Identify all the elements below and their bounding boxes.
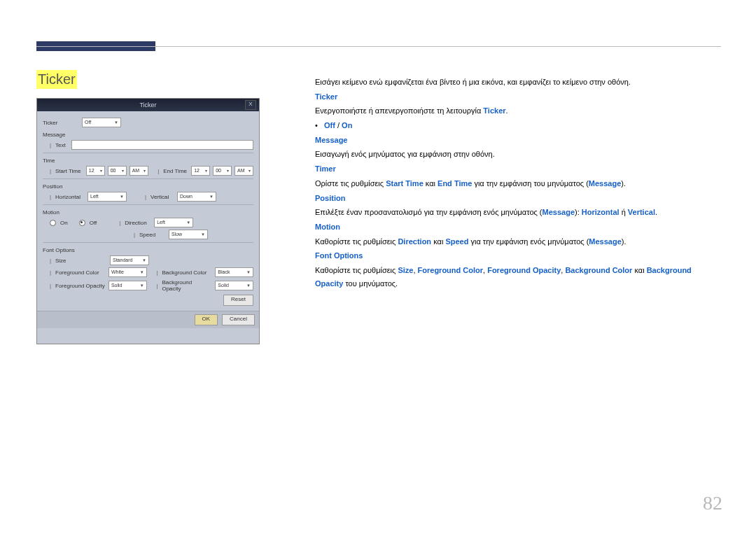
ticker-value: Off (85, 118, 91, 127)
label-position: Position (43, 183, 253, 190)
ticker-dialog: Ticker X Ticker Off▼ Message | Text Time (36, 98, 260, 344)
dialog-title: Ticker (139, 101, 156, 108)
horizontal-select[interactable]: Left▼ (88, 192, 127, 202)
ok-button[interactable]: OK (195, 314, 218, 325)
label-vertical: Vertical (150, 194, 174, 200)
fg-color-select[interactable]: White▼ (108, 267, 147, 277)
heading-font-options: Font Options (315, 251, 363, 260)
label-message: Message (43, 132, 253, 138)
speed-select[interactable]: Slow▼ (169, 230, 208, 239)
label-fg-opacity: Foreground Opacity (55, 283, 106, 289)
label-time: Time (43, 157, 253, 164)
label-on: On (60, 220, 68, 226)
size-select[interactable]: Standard▼ (110, 255, 149, 265)
intro-text: Εισάγει κείμενο ενώ εμφανίζεται ένα βίντ… (315, 76, 721, 89)
label-ticker: Ticker (43, 120, 79, 126)
motion-text: Καθορίστε τις ρυθμίσεις Direction και Sp… (315, 235, 721, 248)
page-number: 82 (703, 492, 722, 514)
indent-bar: | (50, 142, 51, 148)
ticker-options: • Off / On (315, 119, 721, 132)
heading-motion: Motion (315, 223, 340, 231)
label-horizontal: Horizontal (55, 194, 85, 200)
fg-opacity-select[interactable]: Solid▼ (108, 281, 147, 290)
ticker-select[interactable]: Off▼ (82, 118, 121, 127)
end-hour[interactable]: 12▾ (191, 166, 210, 176)
start-min[interactable]: 00▾ (108, 166, 127, 176)
cancel-button[interactable]: Cancel (222, 314, 255, 325)
section-title: Ticker (36, 70, 77, 89)
dialog-titlebar: Ticker X (37, 99, 259, 111)
description-column: Εισάγει κείμενο ενώ εμφανίζεται ένα βίντ… (315, 74, 721, 291)
label-font-options: Font Options (43, 247, 253, 253)
label-speed: Speed (139, 232, 166, 238)
message-text: Εισαγωγή ενός μηνύματος για εμφάνιση στη… (315, 148, 721, 161)
font-text: Καθορίστε τις ρυθμίσεις Size, Foreground… (315, 264, 721, 290)
motion-off-radio[interactable] (79, 220, 85, 226)
close-icon[interactable]: X (245, 100, 256, 110)
header-rule (36, 46, 721, 47)
ticker-line: Ενεργοποιήστε ή απενεργοποιήστε τη λειτο… (315, 104, 721, 118)
label-size: Size (55, 258, 107, 264)
label-fg-color: Foreground Color (55, 269, 106, 276)
chevron-down-icon: ▼ (114, 118, 118, 127)
motion-on-radio[interactable] (50, 220, 56, 226)
reset-button[interactable]: Reset (223, 295, 253, 306)
end-min[interactable]: 00▾ (213, 166, 232, 176)
label-direction: Direction (125, 220, 151, 226)
start-ampm[interactable]: AM▾ (130, 166, 148, 176)
heading-position: Position (315, 194, 345, 202)
heading-ticker: Ticker (315, 92, 337, 101)
heading-timer: Timer (315, 164, 336, 173)
label-text: Text (55, 142, 66, 148)
direction-select[interactable]: Left▼ (154, 218, 193, 227)
position-text: Επιλέξτε έναν προσανατολισμό για την εμφ… (315, 206, 721, 219)
label-end-time: End Time (163, 168, 188, 174)
timer-text: Ορίστε τις ρυθμίσεις Start Time και End … (315, 177, 721, 190)
label-bg-color: Background Color (162, 269, 212, 276)
end-ampm[interactable]: AM▾ (234, 166, 253, 176)
vertical-select[interactable]: Down▼ (177, 192, 216, 202)
label-bg-opacity: Background Opacity (162, 279, 212, 292)
label-motion: Motion (43, 209, 253, 216)
label-off: Off (90, 220, 97, 226)
label-start-time: Start Time (55, 168, 83, 174)
message-input[interactable] (71, 140, 253, 150)
bg-opacity-select[interactable]: Solid▼ (215, 281, 253, 290)
bg-color-select[interactable]: Black▼ (215, 267, 253, 277)
heading-message: Message (315, 136, 347, 144)
start-hour[interactable]: 12▾ (86, 166, 105, 176)
